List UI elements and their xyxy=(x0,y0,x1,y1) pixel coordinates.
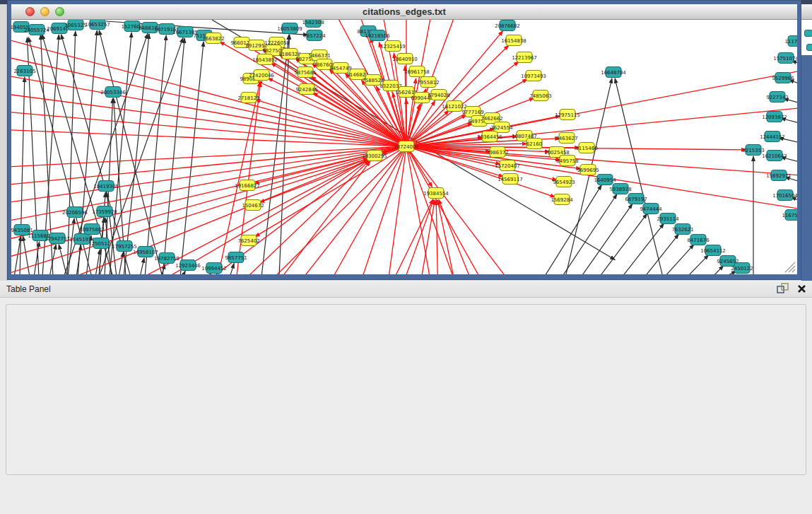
graph-node-label: 15720407 xyxy=(495,163,520,169)
graph-node[interactable]: 2718129 xyxy=(237,93,259,103)
graph-node[interactable]: 9654923 xyxy=(553,177,575,187)
graph-node[interactable]: 10975887 xyxy=(79,224,105,235)
graph-node[interactable]: 1065325 xyxy=(64,20,86,30)
graph-node[interactable]: 9463627 xyxy=(555,133,577,144)
graph-node[interactable]: 7663822 xyxy=(202,33,224,44)
graph-node[interactable]: 1167533 xyxy=(782,210,797,221)
graph-node[interactable]: 8215353 xyxy=(742,145,764,156)
graph-node-label: 10994452 xyxy=(201,266,227,271)
graph-node-label: 9857751 xyxy=(225,255,247,261)
graph-node[interactable]: 62160 xyxy=(526,139,542,149)
graph-node-label: 10973493 xyxy=(521,74,546,79)
graph-node-label: 6794028 xyxy=(428,93,449,98)
graph-node[interactable]: 16648784 xyxy=(601,67,626,78)
graph-node[interactable]: 10653257 xyxy=(85,20,110,30)
citation-network-graph[interactable]: 1940557240557242069140610653251065325715… xyxy=(11,20,797,274)
network-window-titlebar[interactable]: citations_edges.txt xyxy=(11,4,797,20)
graph-node-label: 10975887 xyxy=(79,227,105,233)
resize-grip-icon[interactable] xyxy=(783,260,796,273)
graph-node[interactable]: 8471676 xyxy=(687,235,710,245)
graph-node[interactable]: 17016504 xyxy=(772,190,797,201)
graph-node-label: 8495758 xyxy=(556,158,578,164)
graph-node[interactable]: 5938928 xyxy=(609,184,631,194)
graph-node[interactable]: 16961758 xyxy=(404,66,430,77)
graph-node[interactable]: 10994452 xyxy=(201,263,227,274)
graph-node-label: 9115460 xyxy=(575,146,597,151)
network-canvas[interactable]: 1940557240557242069140610653251065325715… xyxy=(11,20,797,274)
graph-node[interactable]: 12213967 xyxy=(512,52,537,63)
graph-node-label: 7955812 xyxy=(417,80,439,86)
graph-node-label: 20206596 xyxy=(62,210,88,216)
graph-node-label: 12093872 xyxy=(762,115,787,120)
graph-node[interactable]: 1504672 xyxy=(242,200,264,211)
graph-node-label: 16961758 xyxy=(404,69,430,75)
graph-node[interactable]: 15751074 xyxy=(773,53,797,64)
graph-node[interactable]: 7986372 xyxy=(486,147,508,158)
graph-node[interactable]: 9474444 xyxy=(640,204,662,214)
graph-node-label: 19166827 xyxy=(235,183,260,189)
graph-node-label: 5466371 xyxy=(308,53,330,59)
graph-node[interactable]: 16053809 xyxy=(277,23,302,34)
graph-node[interactable]: 16154838 xyxy=(501,35,526,46)
graph-node[interactable]: 1582308 xyxy=(302,20,324,28)
graph-node-label: 1167533 xyxy=(782,213,797,218)
graph-node[interactable]: 2263105 xyxy=(13,66,35,76)
graph-node[interactable]: 7955812 xyxy=(417,77,439,88)
graph-node[interactable]: 15692971 xyxy=(766,170,792,181)
graph-node-label: 7632621 xyxy=(671,227,693,233)
graph-node[interactable]: 2450122 xyxy=(731,263,753,274)
graph-node[interactable]: 12923446 xyxy=(175,260,201,271)
graph-node[interactable]: 7632621 xyxy=(671,224,693,235)
graph-node-label: 7462662 xyxy=(481,116,502,122)
graph-node[interactable]: 12093872 xyxy=(762,112,787,122)
graph-node[interactable]: 14569117 xyxy=(498,174,523,185)
graph-node[interactable]: 1640954 xyxy=(594,175,616,185)
graph-node[interactable]: 20206596 xyxy=(62,207,88,218)
table-panel-titlebar[interactable]: Table Panel xyxy=(0,281,812,298)
graph-node-label: 12942757 xyxy=(45,236,70,242)
graph-node-label: 15692971 xyxy=(766,173,792,179)
graph-node[interactable]: 10973493 xyxy=(521,71,546,81)
graph-node-label: 22420046 xyxy=(249,73,274,78)
graph-node[interactable]: 6794028 xyxy=(428,90,449,100)
graph-edge xyxy=(318,146,406,274)
graph-edge xyxy=(562,194,617,274)
graph-node-label: 24055724 xyxy=(24,28,49,33)
graph-node[interactable]: 9242845 xyxy=(295,84,317,95)
network-view-frame[interactable]: citations_edges.txt 19405572405572420691… xyxy=(7,0,801,280)
graph-node-label: 12975115 xyxy=(555,112,580,118)
graph-node[interactable]: 7857224 xyxy=(303,30,326,41)
graph-node[interactable]: 12444152 xyxy=(760,132,785,142)
graph-node[interactable]: 8495758 xyxy=(556,156,578,166)
graph-node[interactable]: 20876682 xyxy=(495,21,520,31)
graph-node[interactable]: 9529966 xyxy=(772,73,794,83)
float-window-icon[interactable] xyxy=(777,283,789,296)
graph-edge xyxy=(385,199,433,274)
window-title: citations_edges.txt xyxy=(11,6,797,17)
graph-node[interactable]: 12975115 xyxy=(555,110,580,120)
background-window-sliver xyxy=(801,4,812,281)
graph-node[interactable]: 1569284 xyxy=(551,194,573,205)
graph-edge xyxy=(406,146,463,274)
graph-node[interactable]: 12325419 xyxy=(380,41,406,52)
graph-node[interactable]: 2935114 xyxy=(657,214,679,224)
graph-node[interactable]: 9227343 xyxy=(766,92,788,103)
graph-node[interactable]: 10654112 xyxy=(700,245,726,256)
graph-node[interactable]: 18640910 xyxy=(392,54,418,64)
graph-node[interactable]: 16210643 xyxy=(762,151,787,161)
table-panel-title: Table Panel xyxy=(6,284,51,294)
graph-node[interactable]: 5875685 xyxy=(294,67,316,78)
graph-node-label: 16210643 xyxy=(762,153,787,159)
graph-node[interactable]: 7485063 xyxy=(529,90,551,101)
graph-node[interactable]: 9115460 xyxy=(575,143,597,153)
graph-node-label: 1569284 xyxy=(551,197,573,203)
graph-node[interactable]: 9699695 xyxy=(577,165,599,175)
graph-node[interactable]: 15720407 xyxy=(495,160,520,171)
graph-edge xyxy=(599,214,647,274)
graph-node[interactable]: 6879197 xyxy=(625,194,647,204)
close-panel-icon[interactable] xyxy=(797,284,806,296)
graph-node[interactable]: 9857751 xyxy=(225,252,247,263)
graph-node[interactable]: 1117205 xyxy=(784,36,797,47)
graph-node[interactable]: 7625402 xyxy=(237,235,259,246)
graph-edge xyxy=(406,146,495,274)
